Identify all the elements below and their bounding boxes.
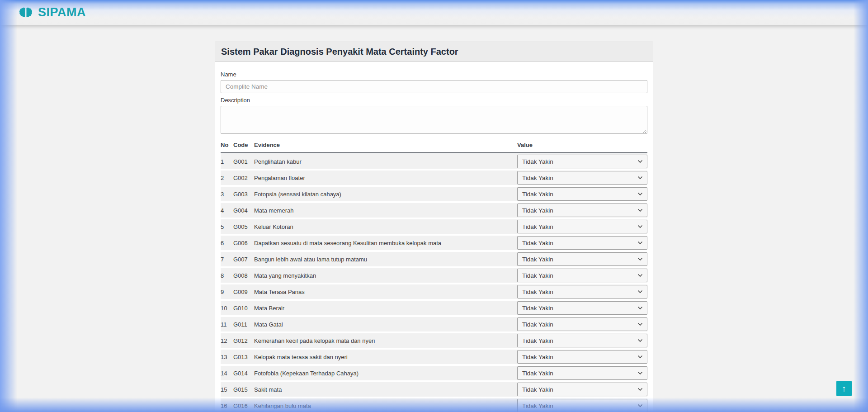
value-select[interactable]: Tidak Yakin: [517, 236, 647, 250]
row-number: 4: [221, 207, 233, 214]
value-select[interactable]: Tidak Yakin: [517, 187, 647, 201]
value-select[interactable]: Tidak Yakin: [517, 252, 647, 266]
value-select[interactable]: Tidak Yakin: [517, 317, 647, 331]
description-label: Description: [221, 97, 647, 104]
table-row: 12 G012 Kemerahan kecil pada kelopak mat…: [221, 333, 647, 348]
row-evidence: Kemerahan kecil pada kelopak mata dan ny…: [254, 337, 517, 344]
row-number: 13: [221, 354, 233, 360]
table-row: 8 G008 Mata yang menyakitkan Tidak Yakin: [221, 268, 647, 283]
row-evidence: Keluar Kotoran: [254, 223, 517, 230]
row-evidence: Mata Gatal: [254, 321, 517, 328]
table-row: 3 G003 Fotopsia (sensasi kilatan cahaya)…: [221, 187, 647, 201]
row-number: 2: [221, 175, 233, 181]
value-select[interactable]: Tidak Yakin: [517, 269, 647, 282]
row-code: G016: [233, 403, 254, 409]
panel-header: Sistem Pakar Diagnosis Penyakit Mata Cer…: [215, 42, 653, 62]
table-row: 1 G001 Penglihatan kabur Tidak Yakin: [221, 154, 647, 169]
table-row: 9 G009 Mata Terasa Panas Tidak Yakin: [221, 284, 647, 299]
row-code: G012: [233, 337, 254, 344]
table-row: 5 G005 Keluar Kotoran Tidak Yakin: [221, 219, 647, 234]
row-code: G013: [233, 354, 254, 360]
row-code: G014: [233, 370, 254, 377]
row-code: G004: [233, 207, 254, 214]
edge-glow-right: [854, 0, 868, 412]
table-row: 2 G002 Pengalaman floater Tidak Yakin: [221, 170, 647, 185]
table-row: 13 G013 Kelopak mata terasa sakit dan ny…: [221, 350, 647, 364]
row-number: 6: [221, 240, 233, 246]
edge-glow-left: [0, 0, 17, 412]
value-select[interactable]: Tidak Yakin: [517, 350, 647, 364]
brain-icon: [18, 6, 33, 19]
row-evidence: Penglihatan kabur: [254, 158, 517, 165]
column-header-value: Value: [517, 142, 647, 148]
table-row: 7 G007 Bangun lebih awal atau lama tutup…: [221, 252, 647, 266]
value-select[interactable]: Tidak Yakin: [517, 383, 647, 396]
column-header-no: No: [221, 142, 233, 148]
name-label: Name: [221, 71, 647, 78]
value-select[interactable]: Tidak Yakin: [517, 334, 647, 347]
row-code: G009: [233, 289, 254, 295]
brand-name: SIPAMA: [38, 5, 86, 19]
row-evidence: Fotopsia (sensasi kilatan cahaya): [254, 191, 517, 198]
name-input[interactable]: [221, 80, 647, 93]
value-select[interactable]: Tidak Yakin: [517, 301, 647, 315]
value-select[interactable]: Tidak Yakin: [517, 399, 647, 412]
value-select[interactable]: Tidak Yakin: [517, 285, 647, 298]
row-evidence: Kehilangan bulu mata: [254, 403, 517, 409]
value-select[interactable]: Tidak Yakin: [517, 171, 647, 185]
description-input[interactable]: [221, 106, 647, 134]
row-code: G010: [233, 305, 254, 312]
row-evidence: Mata Berair: [254, 305, 517, 312]
row-evidence: Sakit mata: [254, 386, 517, 393]
row-number: 1: [221, 158, 233, 165]
table-body: 1 G001 Penglihatan kabur Tidak Yakin 2 G…: [221, 154, 647, 412]
table-header: No Code Evidence Value: [221, 137, 647, 153]
navbar: SIPAMA: [0, 0, 868, 25]
brand-logo[interactable]: SIPAMA: [18, 5, 86, 19]
row-evidence: Pengalaman floater: [254, 175, 517, 181]
row-number: 5: [221, 223, 233, 230]
row-evidence: Kelopak mata terasa sakit dan nyeri: [254, 354, 517, 360]
row-number: 16: [221, 403, 233, 409]
table-row: 11 G011 Mata Gatal Tidak Yakin: [221, 317, 647, 331]
diagnosis-panel: Sistem Pakar Diagnosis Penyakit Mata Cer…: [215, 42, 653, 412]
row-code: G007: [233, 256, 254, 263]
row-evidence: Mata Terasa Panas: [254, 289, 517, 295]
value-select[interactable]: Tidak Yakin: [517, 204, 647, 217]
row-evidence: Mata yang menyakitkan: [254, 272, 517, 279]
row-evidence: Fotofobia (Kepekaan Terhadap Cahaya): [254, 370, 517, 377]
row-number: 14: [221, 370, 233, 377]
row-code: G001: [233, 158, 254, 165]
column-header-evidence: Evidence: [254, 142, 517, 148]
row-code: G015: [233, 386, 254, 393]
row-number: 3: [221, 191, 233, 198]
row-evidence: Dapatkan sesuatu di mata seseorang Kesul…: [254, 240, 517, 246]
value-select[interactable]: Tidak Yakin: [517, 366, 647, 380]
row-code: G003: [233, 191, 254, 198]
row-code: G011: [233, 321, 254, 328]
panel-body: Name Description No Code Evidence Value …: [215, 62, 653, 412]
scroll-to-top-button[interactable]: ↑: [836, 381, 852, 396]
row-number: 11: [221, 321, 233, 328]
row-evidence: Mata memerah: [254, 207, 517, 214]
row-number: 12: [221, 337, 233, 344]
row-code: G005: [233, 223, 254, 230]
page-title: Sistem Pakar Diagnosis Penyakit Mata Cer…: [221, 47, 647, 57]
row-number: 15: [221, 386, 233, 393]
table-row: 16 G016 Kehilangan bulu mata Tidak Yakin: [221, 398, 647, 412]
table-row: 6 G006 Dapatkan sesuatu di mata seseoran…: [221, 236, 647, 250]
row-number: 7: [221, 256, 233, 263]
value-select[interactable]: Tidak Yakin: [517, 155, 647, 168]
row-code: G008: [233, 272, 254, 279]
table-row: 15 G015 Sakit mata Tidak Yakin: [221, 382, 647, 397]
row-number: 8: [221, 272, 233, 279]
value-select[interactable]: Tidak Yakin: [517, 220, 647, 233]
table-row: 14 G014 Fotofobia (Kepekaan Terhadap Cah…: [221, 366, 647, 380]
row-number: 9: [221, 289, 233, 295]
row-code: G002: [233, 175, 254, 181]
row-code: G006: [233, 240, 254, 246]
row-evidence: Bangun lebih awal atau lama tutup matamu: [254, 256, 517, 263]
column-header-code: Code: [233, 142, 254, 148]
arrow-up-icon: ↑: [842, 384, 846, 393]
row-number: 10: [221, 305, 233, 312]
